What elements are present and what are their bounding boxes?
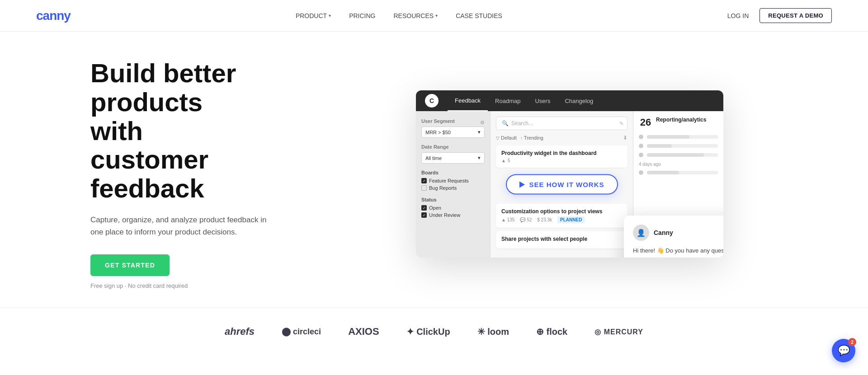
nav-product[interactable]: PRODUCT ▾ xyxy=(296,12,331,19)
chat-badge: 2 xyxy=(848,338,856,346)
logo-flock: ⊕ flock xyxy=(536,326,567,337)
boards-section: Boards ✓ Feature Requests Bug Reports xyxy=(421,170,485,191)
app-tab-roadmap[interactable]: Roadmap xyxy=(488,90,528,111)
checkbox-icon: ✓ xyxy=(421,212,427,218)
avatar-dot xyxy=(639,144,643,148)
hero-text: Build better products with customer feed… xyxy=(90,59,307,289)
board-feature-requests[interactable]: ✓ Feature Requests xyxy=(421,178,485,183)
hero-subtitle: Capture, organize, and analyze product f… xyxy=(90,214,271,238)
status-section: Status ✓ Open ✓ Under Review xyxy=(421,197,485,218)
report-bar xyxy=(647,144,672,148)
app-sidebar: User Segment ⚙ MRR > $50 ▾ Date Range Al… xyxy=(416,111,491,258)
avatar-dot xyxy=(639,153,643,157)
logo[interactable]: canny xyxy=(36,9,71,23)
filter-pills: ▽ Default ↑ Trending xyxy=(496,135,543,141)
nav-resources[interactable]: RESOURCES ▾ xyxy=(393,12,438,19)
report-bar-bg xyxy=(647,144,718,148)
product-preview: C Feedback Roadmap Users Changelog xyxy=(307,90,832,258)
status-label: Status xyxy=(421,197,485,202)
hero-section: Build better products with customer feed… xyxy=(0,32,868,307)
boards-label: Boards xyxy=(421,170,485,175)
report-bar-bg xyxy=(647,135,718,139)
navbar: canny PRODUCT ▾ PRICING RESOURCES ▾ CASE… xyxy=(0,0,868,32)
upvote-icon: ▲ xyxy=(501,158,506,163)
chevron-down-icon: ▾ xyxy=(478,155,481,161)
app-tab-changelog[interactable]: Changelog xyxy=(557,90,600,111)
filter-trending[interactable]: ↑ Trending xyxy=(520,135,543,141)
date-range-label: Date Range xyxy=(421,144,485,150)
request-demo-button[interactable]: REQUEST A DEMO xyxy=(760,8,832,23)
app-screenshot: C Feedback Roadmap Users Changelog xyxy=(416,90,723,258)
checkbox-icon: ✓ xyxy=(421,205,427,211)
user-segment-section: User Segment ⚙ MRR > $50 ▾ xyxy=(421,118,485,138)
report-bar-bg xyxy=(647,171,718,174)
status-open[interactable]: ✓ Open xyxy=(421,205,485,211)
upvote-icon: ▲ 135 xyxy=(501,217,514,222)
filter-default[interactable]: ▽ Default xyxy=(496,135,517,141)
app-center-panel: 🔍 Search... ✎ ▽ Default ↑ Tren xyxy=(491,111,633,258)
search-icon: 🔍 xyxy=(502,120,509,127)
chat-bubble-icon: 💬 xyxy=(838,345,850,356)
logo-circleci: ⬤ circleci xyxy=(282,327,321,337)
checkbox-icon: ✓ xyxy=(421,178,427,183)
chat-bubble-button[interactable]: 💬 2 xyxy=(832,339,855,356)
logo-mercury: ◎ MERCURY xyxy=(594,328,643,336)
comment-icon: 💬 52 xyxy=(520,217,532,222)
filter-bar: ▽ Default ↑ Trending ⬇ xyxy=(496,135,627,141)
logo-loom: ✳ loom xyxy=(477,326,509,337)
report-row xyxy=(639,135,718,139)
post-item: Share projects with select people xyxy=(496,231,627,248)
avatar-dot xyxy=(639,170,643,175)
checkbox-icon xyxy=(421,185,427,191)
get-started-button[interactable]: GET STARTED xyxy=(90,254,170,276)
user-segment-label: User Segment xyxy=(421,118,455,124)
nav-actions: LOG IN REQUEST A DEMO xyxy=(727,8,832,23)
report-bar xyxy=(647,171,679,174)
nav-pricing[interactable]: PRICING xyxy=(349,12,375,19)
date-range-section: Date Range All time ▾ xyxy=(421,144,485,164)
date-range-select[interactable]: All time ▾ xyxy=(421,152,485,164)
chevron-down-icon: ▾ xyxy=(329,13,331,18)
nav-case-studies[interactable]: CASE STUDIES xyxy=(456,12,502,19)
report-row xyxy=(639,153,718,157)
chat-message: Hi there! 👋 Do you have any questions ab… xyxy=(633,246,723,258)
search-bar: 🔍 Search... ✎ xyxy=(496,117,627,130)
report-bar xyxy=(647,135,689,139)
chat-name: Canny xyxy=(654,229,673,236)
post-item: Customization options to project views ▲… xyxy=(496,204,627,228)
post-item: Productivity widget in the dashboard ▲ 5 xyxy=(496,145,627,168)
play-icon xyxy=(519,181,525,188)
logo-axios: AXIOS xyxy=(348,326,379,338)
chevron-down-icon: ▾ xyxy=(435,13,438,18)
edit-icon[interactable]: ✎ xyxy=(619,121,623,127)
chat-header: 👤 Canny xyxy=(633,225,723,241)
gear-icon[interactable]: ⚙ xyxy=(480,120,485,126)
board-bug-reports[interactable]: Bug Reports xyxy=(421,185,485,191)
vote-area: ▲ 5 xyxy=(501,158,622,163)
app-tab-feedback[interactable]: Feedback xyxy=(448,90,488,111)
chat-popup: 👤 Canny Hi there! 👋 Do you have any ques… xyxy=(624,216,723,258)
report-row xyxy=(639,170,718,175)
download-icon[interactable]: ⬇ xyxy=(623,135,627,141)
app-logo: C xyxy=(425,94,439,108)
play-button[interactable]: SEE HOW IT WORKS xyxy=(506,174,618,195)
post-meta: ▲ 135 💬 52 $ 23.3k PLANNED xyxy=(501,216,622,223)
logo-ahrefs: ahrefs xyxy=(225,326,255,338)
report-bar xyxy=(647,153,704,157)
report-row xyxy=(639,144,718,148)
app-topbar: C Feedback Roadmap Users Changelog xyxy=(416,90,723,111)
login-link[interactable]: LOG IN xyxy=(727,12,749,19)
reporting-title: Reporting/analytics xyxy=(656,117,706,123)
nav-links: PRODUCT ▾ PRICING RESOURCES ▾ CASE STUDI… xyxy=(296,12,502,19)
report-date: 4 days ago xyxy=(639,162,718,167)
report-number: 26 xyxy=(639,117,652,128)
hero-note: Free sign up · No credit card required xyxy=(90,282,307,289)
chevron-down-icon: ▾ xyxy=(478,129,481,135)
app-tab-users[interactable]: Users xyxy=(528,90,557,111)
user-segment-select[interactable]: MRR > $50 ▾ xyxy=(421,127,485,138)
logos-bar: ahrefs ⬤ circleci AXIOS ✦ ClickUp ✳ loom… xyxy=(0,307,868,356)
report-bar-bg xyxy=(647,153,718,157)
status-under-review[interactable]: ✓ Under Review xyxy=(421,212,485,218)
status-badge: PLANNED xyxy=(557,216,585,223)
avatar: 👤 xyxy=(633,225,649,241)
